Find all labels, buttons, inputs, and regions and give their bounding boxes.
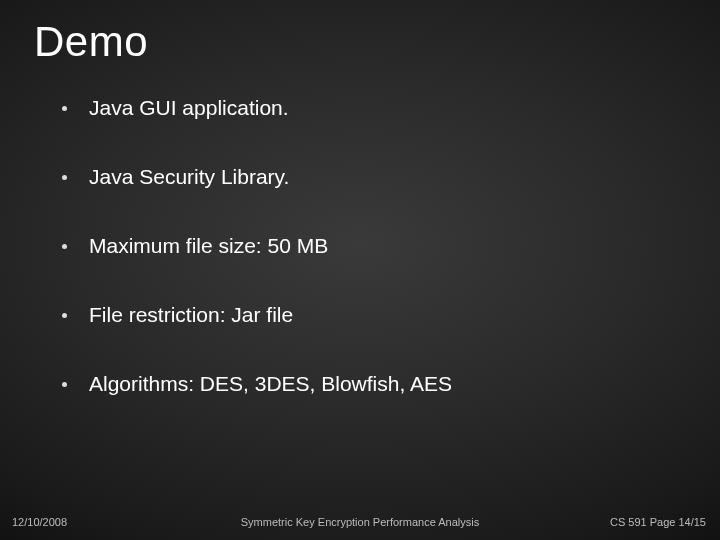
bullet-text: Java GUI application. (89, 96, 289, 120)
bullet-list: Java GUI application. Java Security Libr… (62, 96, 660, 441)
bullet-item: File restriction: Jar file (62, 303, 660, 327)
bullet-text: Algorithms: DES, 3DES, Blowfish, AES (89, 372, 452, 396)
bullet-dot-icon (62, 244, 67, 249)
bullet-text: File restriction: Jar file (89, 303, 293, 327)
footer: 12/10/2008 Symmetric Key Encryption Perf… (0, 508, 720, 528)
slide: Demo Java GUI application. Java Security… (0, 0, 720, 540)
bullet-item: Maximum file size: 50 MB (62, 234, 660, 258)
bullet-dot-icon (62, 175, 67, 180)
bullet-item: Java Security Library. (62, 165, 660, 189)
slide-title: Demo (34, 18, 148, 66)
bullet-dot-icon (62, 313, 67, 318)
bullet-item: Algorithms: DES, 3DES, Blowfish, AES (62, 372, 660, 396)
bullet-dot-icon (62, 382, 67, 387)
bullet-text: Java Security Library. (89, 165, 289, 189)
bullet-text: Maximum file size: 50 MB (89, 234, 328, 258)
bullet-dot-icon (62, 106, 67, 111)
bullet-item: Java GUI application. (62, 96, 660, 120)
footer-page-number: CS 591 Page 14/15 (610, 516, 706, 528)
